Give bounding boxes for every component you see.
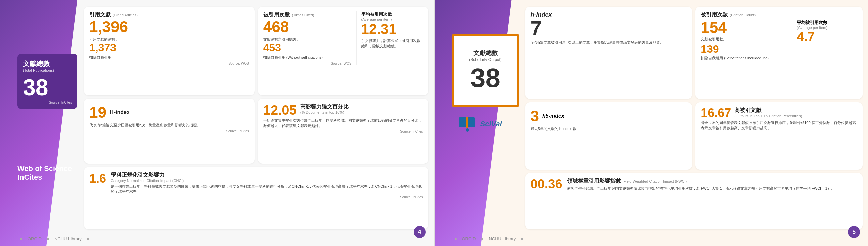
cited-self-label: 扣除自我引用 (Self-citations included: no) bbox=[701, 56, 787, 61]
cited-count-title: 被引用次數 bbox=[701, 11, 727, 19]
avg-title-r: 平均被引用次數 bbox=[797, 20, 857, 26]
hindex-title: H-index bbox=[110, 109, 130, 115]
slide4-main-content: 引用文獻 (Citing Articles) 1,396 引用文獻的總數。 1,… bbox=[84, 7, 429, 229]
citation-count-card: 被引用次數 (Citation Count) 154 文獻被引用數。 139 扣… bbox=[695, 7, 863, 99]
cited-en-title: (Times Cited) bbox=[292, 13, 314, 17]
footer-dot-3 bbox=[87, 238, 89, 240]
footer-dot-1 bbox=[20, 238, 22, 240]
box-subtitle: (Scholarly Output) bbox=[469, 57, 502, 62]
svg-rect-2 bbox=[467, 117, 475, 127]
cnci-value: 1.6 bbox=[89, 172, 106, 186]
citing-desc1: 引用文獻的總數。 bbox=[89, 37, 249, 42]
footer-dot-4 bbox=[455, 238, 457, 240]
top10-source: Source: InCites bbox=[263, 130, 423, 133]
fwci-value: 00.36 bbox=[530, 178, 562, 190]
total-publications-card: 文獻總數 (Total Publications) 38 Source: InC… bbox=[18, 54, 77, 109]
high-cite-value: 16.67 bbox=[701, 107, 731, 119]
svg-rect-1 bbox=[459, 117, 466, 127]
h5-title: h5-index bbox=[542, 113, 564, 119]
hindex-source: Source: InCites bbox=[89, 129, 249, 133]
avg-cited-desc: 引文影響力，計算公式：被引用次數總和，除以文獻總數。 bbox=[361, 38, 423, 48]
footer-dot-2 bbox=[47, 238, 49, 240]
slide5-footer: ORCID NCHU Library bbox=[434, 236, 868, 241]
top10-title: 高影響力論文百分比 bbox=[300, 103, 348, 110]
scholarly-output-box: 文獻總數 (Scholarly Output) 38 bbox=[452, 34, 519, 107]
cited-desc2: 扣除自我引用 (Without self citations) bbox=[263, 55, 351, 60]
right-hindex-desc: 至少h篇文章被引用達h次以上的文章，用於綜合評量整體論文發表的數量及品質。 bbox=[530, 40, 687, 45]
footer-orcid-4: ORCID bbox=[28, 236, 42, 241]
slide-5: 文獻總數 (Scholarly Output) 38 SciVal h-inde… bbox=[434, 0, 868, 246]
cited-self-value: 139 bbox=[701, 43, 787, 54]
cnci-en-title: Category Normalized Citation Impact (CNC… bbox=[111, 179, 423, 183]
footer-orcid-5: ORCID bbox=[462, 236, 476, 241]
footer-library-4: NCHU Library bbox=[54, 236, 82, 241]
footer-dot-5 bbox=[481, 238, 483, 240]
cnci-card: 1.6 學科正規化引文影響力 Category Normalized Citat… bbox=[84, 167, 429, 229]
top10-desc: 一組論文集中被引次數位於同出版年、同學科領域、同文獻類型全球前10%的論文所占的… bbox=[263, 118, 423, 128]
cited-title: 被引用次數 bbox=[263, 11, 290, 19]
top10-en-title: (% Documents in top 10%) bbox=[300, 110, 348, 114]
hindex-desc: 代表有h篇論文至少已經被引用h次，衡量產出數量和影響力的指標。 bbox=[89, 123, 249, 128]
citing-value1: 1,396 bbox=[89, 19, 249, 36]
sidebar-card-subtitle: (Total Publications) bbox=[23, 68, 72, 72]
high-cite-title: 高被引文獻 bbox=[734, 107, 802, 114]
footer-library-5: NCHU Library bbox=[489, 236, 516, 241]
citing-value2: 1,373 bbox=[89, 42, 249, 54]
scival-text: SciVal bbox=[480, 120, 502, 128]
brand-line2: InCites bbox=[18, 173, 72, 182]
high-cite-desc: 將全世界的同年度發表文獻依照被引用次數進行排序，並劃分成100 個百分位數，百分… bbox=[701, 120, 857, 131]
top10-card: 12.05 高影響力論文百分比 (% Documents in top 10%)… bbox=[258, 99, 429, 163]
citing-desc2: 扣除自我引用 bbox=[89, 55, 249, 60]
citing-en-title: (Citing Articles) bbox=[113, 13, 138, 17]
cited-source: Source: WOS bbox=[263, 62, 351, 65]
cnci-desc: 是一個排除出版年、學科領域與文獻類型的影響，提供正規化後的指標，可交叉學科或單一… bbox=[111, 184, 423, 195]
scival-icon bbox=[457, 114, 477, 134]
citing-articles-card: 引用文獻 (Citing Articles) 1,396 引用文獻的總數。 1,… bbox=[84, 7, 254, 95]
avg-value-r: 4.7 bbox=[797, 30, 857, 44]
cited-value1: 468 bbox=[263, 19, 351, 36]
fwci-card: 00.36 領域權重引用影響指數 Field-Weighted Citation… bbox=[525, 173, 863, 229]
cnci-title: 學科正規化引文影響力 bbox=[111, 172, 423, 179]
cited-count-value: 154 bbox=[701, 20, 787, 35]
right-hindex-value: 7 bbox=[530, 19, 687, 39]
cited-count-en-title: (Citation Count) bbox=[730, 13, 755, 17]
slide-4: 文獻總數 (Total Publications) 38 Source: InC… bbox=[0, 0, 434, 246]
top10-value: 12.05 bbox=[263, 103, 297, 117]
cited-desc1: 文獻總數之引用總數。 bbox=[263, 37, 351, 42]
fwci-title: 領域權重引用影響指數 bbox=[567, 178, 621, 185]
citing-source: Source: WOS bbox=[89, 62, 249, 65]
times-cited-card: 被引用次數 (Times Cited) 468 文獻總數之引用總數。 453 扣… bbox=[258, 7, 429, 95]
sidebar-source: Source: InCites bbox=[23, 101, 72, 104]
slide4-footer: ORCID NCHU Library bbox=[0, 236, 434, 241]
footer-dot-6 bbox=[521, 238, 523, 240]
hindex-card: 19 H-index 代表有h篇論文至少已經被引用h次，衡量產出數量和影響力的指… bbox=[84, 99, 254, 163]
right-hindex-card: h-index 7 至少h篇文章被引用達h次以上的文章，用於綜合評量整體論文發表… bbox=[525, 7, 692, 99]
sidebar-card-number: 38 bbox=[23, 76, 72, 99]
h5-desc: 過去5年間文獻的 h-index 數 bbox=[530, 126, 687, 131]
avg-cited-value: 12.31 bbox=[361, 22, 423, 37]
svg-rect-3 bbox=[466, 117, 468, 128]
fwci-desc: 依相同學科領域、同出版年與同文獻類型做比較而得出的標準化平均引用次數，若 FWC… bbox=[567, 186, 857, 191]
box-number: 38 bbox=[470, 65, 500, 92]
high-cite-en-title: (Outputs in Top 10% Citation Percentiles… bbox=[734, 114, 802, 118]
hindex-value: 19 bbox=[89, 103, 106, 121]
h5-value: 3 bbox=[530, 107, 539, 125]
avg-cited-title: 平均被引用次數 bbox=[361, 11, 423, 17]
citing-title: 引用文獻 bbox=[89, 11, 111, 19]
h5index-card: 3 h5-index 過去5年間文獻的 h-index 數 bbox=[525, 102, 692, 170]
box-title: 文獻總數 bbox=[473, 49, 498, 57]
slide5-main-content: h-index 7 至少h篇文章被引用達h次以上的文章，用於綜合評量整體論文發表… bbox=[525, 7, 863, 229]
brand-line1: Web of Science bbox=[18, 164, 72, 173]
cnci-source: Source: InCites bbox=[89, 196, 423, 199]
svg-point-4 bbox=[466, 128, 469, 132]
cited-value2: 453 bbox=[263, 42, 351, 54]
scival-logo-area: SciVal bbox=[457, 114, 502, 134]
sidebar-card-title: 文獻總數 bbox=[23, 60, 72, 68]
fwci-en-title: Field-Weighted Citation Impact (FWCI) bbox=[624, 179, 687, 183]
high-cite-card: 16.67 高被引文獻 (Outputs in Top 10% Citation… bbox=[695, 102, 863, 170]
cited-count-desc: 文獻被引用數。 bbox=[701, 37, 787, 41]
brand-label: Web of Science InCites bbox=[18, 164, 72, 182]
